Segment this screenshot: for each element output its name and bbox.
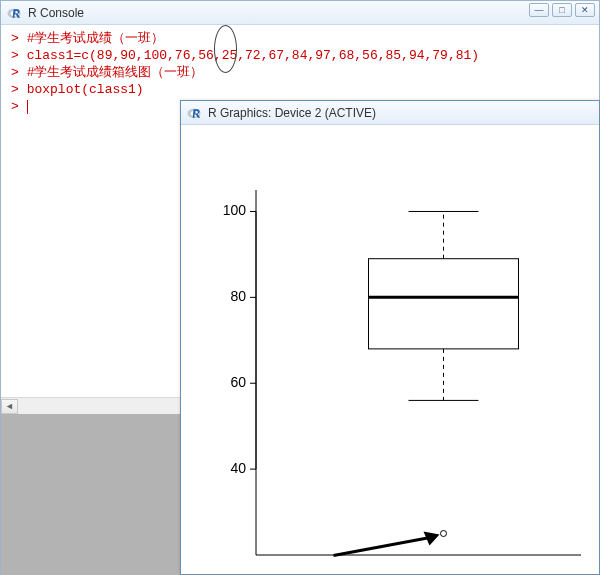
svg-text:80: 80 xyxy=(230,288,246,304)
console-line: > boxplot(class1) xyxy=(11,81,589,98)
svg-rect-19 xyxy=(369,259,519,349)
console-line: > #学生考试成绩（一班） xyxy=(11,30,589,47)
scroll-left-icon[interactable]: ◄ xyxy=(1,399,18,414)
r-logo-icon xyxy=(7,5,22,20)
graphics-titlebar[interactable]: R Graphics: Device 2 (ACTIVE) xyxy=(181,101,599,125)
graphics-title: R Graphics: Device 2 (ACTIVE) xyxy=(208,106,376,120)
r-logo-icon xyxy=(187,105,202,120)
svg-text:60: 60 xyxy=(230,374,246,390)
svg-text:40: 40 xyxy=(230,460,246,476)
mdi-background xyxy=(1,414,181,575)
svg-point-21 xyxy=(441,531,447,537)
boxplot-svg: 406080100 xyxy=(181,125,600,575)
r-graphics-window: R Graphics: Device 2 (ACTIVE) 406080100 xyxy=(180,100,600,575)
maximize-button[interactable]: □ xyxy=(552,3,572,17)
minimize-button[interactable]: — xyxy=(529,3,549,17)
console-line: > class1=c(89,90,100,76,56,25,72,67,84,9… xyxy=(11,47,589,64)
console-title: R Console xyxy=(28,6,84,20)
svg-text:100: 100 xyxy=(223,202,247,218)
close-button[interactable]: ✕ xyxy=(575,3,595,17)
console-titlebar[interactable]: R Console — □ ✕ xyxy=(1,1,599,25)
boxplot-plot: 406080100 xyxy=(181,125,599,574)
text-cursor xyxy=(27,100,28,114)
console-line: > #学生考试成绩箱线图（一班） xyxy=(11,64,589,81)
h-scrollbar[interactable]: ◄ xyxy=(1,397,181,414)
svg-line-22 xyxy=(334,537,436,556)
window-controls: — □ ✕ xyxy=(529,3,595,17)
